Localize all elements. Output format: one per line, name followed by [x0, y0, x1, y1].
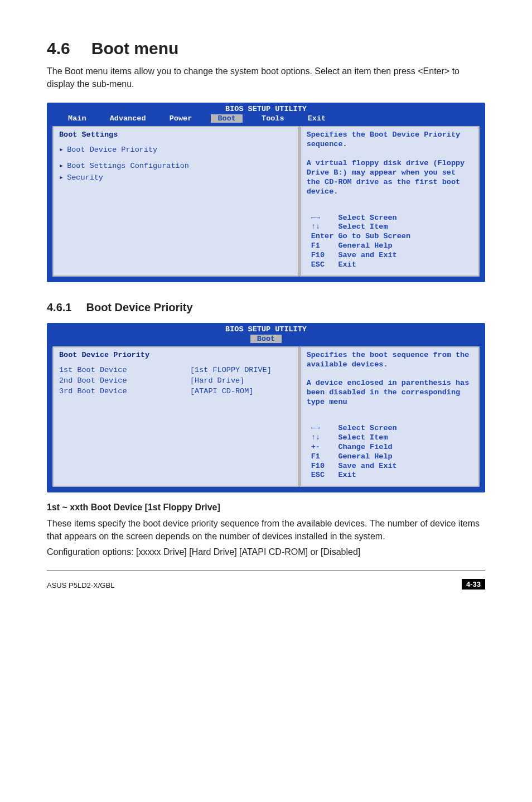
tab-boot[interactable]: Boot: [211, 114, 243, 123]
footer-rule: [47, 571, 485, 571]
section-name: Boot menu: [91, 39, 179, 57]
menu-item-label: Boot Device Priority: [67, 146, 157, 154]
section-intro: The Boot menu items allow you to change …: [47, 65, 485, 90]
field-options: Configuration options: [xxxxx Drive] [Ha…: [47, 545, 485, 558]
submenu-marker-icon: ▸: [59, 162, 64, 170]
menu-item[interactable]: ▸Boot Settings Configuration: [59, 161, 292, 170]
subsection-name: Boot Device Priority: [86, 301, 192, 313]
bios-tabs: Main Advanced Power Boot Tools Exit: [47, 114, 485, 126]
page-footer: ASUS P5LD2-X/GBL 4-33: [47, 576, 485, 590]
bios-left-pane: Boot Device Priority 1st Boot Device [1s…: [52, 346, 299, 487]
row-label: 1st Boot Device: [59, 366, 190, 374]
menu-item-label: Security: [67, 173, 103, 182]
tab-advanced[interactable]: Advanced: [105, 114, 151, 123]
tab-power[interactable]: Power: [165, 114, 197, 123]
submenu-marker-icon: ▸: [59, 173, 64, 182]
bios-left-pane: Boot Settings ▸Boot Device Priority ▸Boo…: [52, 126, 299, 276]
section-title: 4.6Boot menu: [47, 39, 485, 58]
pane-heading: Boot Device Priority: [59, 351, 292, 359]
bios-screen-bootdevicepriority: BIOS SETUP UTILITY Boot Boot Device Prio…: [47, 323, 485, 493]
footer-page-number: 4-33: [462, 579, 485, 590]
bios-right-pane: Specifies the Boot Device Priority seque…: [299, 126, 480, 276]
nav-help: ←→ Select Screen ↑↓ Select Item +- Chang…: [307, 424, 473, 480]
bios-titlebar: BIOS SETUP UTILITY: [47, 323, 485, 335]
bios-screen-bootmenu: BIOS SETUP UTILITY Main Advanced Power B…: [47, 103, 485, 282]
tab-tools[interactable]: Tools: [257, 114, 289, 123]
boot-device-row[interactable]: 1st Boot Device [1st FLOPPY DRIVE]: [59, 366, 292, 374]
menu-item-label: Boot Settings Configuration: [67, 162, 189, 170]
menu-item[interactable]: ▸Boot Device Priority: [59, 144, 292, 154]
pane-heading: Boot Settings: [59, 131, 292, 139]
help-text: Specifies the boot sequence from the ava…: [307, 351, 473, 407]
tab-boot[interactable]: Boot: [250, 335, 282, 343]
submenu-marker-icon: ▸: [59, 146, 64, 154]
tab-exit[interactable]: Exit: [303, 114, 331, 123]
row-label: 3rd Boot Device: [59, 387, 190, 395]
boot-device-row[interactable]: 2nd Boot Device [Hard Drive]: [59, 376, 292, 385]
row-label: 2nd Boot Device: [59, 376, 190, 385]
boot-device-row[interactable]: 3rd Boot Device [ATAPI CD-ROM]: [59, 387, 292, 395]
help-text: Specifies the Boot Device Priority seque…: [307, 131, 473, 196]
bios-body: Boot Settings ▸Boot Device Priority ▸Boo…: [47, 126, 485, 276]
row-value: [Hard Drive]: [190, 376, 244, 385]
bios-body: Boot Device Priority 1st Boot Device [1s…: [47, 346, 485, 487]
subsection-title: 4.6.1Boot Device Priority: [47, 301, 485, 314]
bios-titlebar: BIOS SETUP UTILITY: [47, 103, 485, 114]
menu-item[interactable]: ▸Security: [59, 172, 292, 182]
field-heading: 1st ~ xxth Boot Device [1st Floppy Drive…: [47, 503, 485, 513]
section-number: 4.6: [47, 39, 70, 58]
page: 4.6Boot menu The Boot menu items allow y…: [0, 0, 532, 612]
nav-help: ←→ Select Screen ↑↓ Select Item Enter Go…: [307, 214, 473, 270]
row-value: [ATAPI CD-ROM]: [190, 387, 253, 395]
bios-tabs: Boot: [47, 335, 485, 346]
row-value: [1st FLOPPY DRIVE]: [190, 366, 272, 374]
tab-main[interactable]: Main: [64, 114, 91, 123]
field-description: These items specify the boot device prio…: [47, 517, 485, 543]
footer-left: ASUS P5LD2-X/GBL: [47, 581, 114, 590]
bios-right-pane: Specifies the boot sequence from the ava…: [299, 346, 480, 487]
subsection-number: 4.6.1: [47, 301, 71, 314]
